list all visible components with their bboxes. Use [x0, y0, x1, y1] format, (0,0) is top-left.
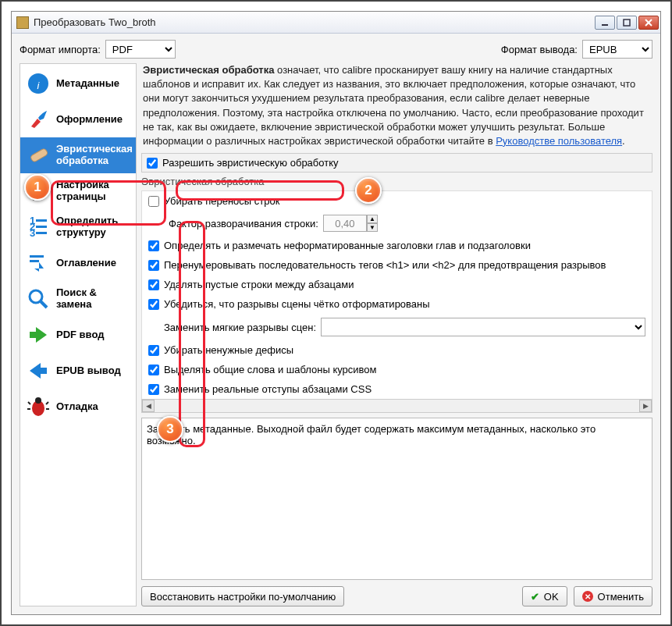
- cancel-button[interactable]: ✕Отменить: [574, 586, 652, 606]
- window-title: Преобразовать Two_broth: [34, 16, 595, 28]
- cancel-icon: ✕: [582, 591, 593, 602]
- scene-breaks-checkbox[interactable]: [148, 299, 159, 310]
- restore-defaults-button[interactable]: Восстановить настройки по-умолчанию: [141, 586, 344, 606]
- spin-up[interactable]: ▲: [367, 215, 378, 223]
- unwrap-factor-label: Фактор разворачивания строки:: [169, 218, 318, 229]
- titlebar: Преобразовать Two_broth: [12, 12, 660, 34]
- remove-hyphens-checkbox[interactable]: [148, 345, 159, 356]
- delete-blank-checkbox[interactable]: [148, 279, 159, 290]
- user-guide-link[interactable]: Руководстве пользователя: [496, 135, 622, 147]
- markup-headers-checkbox[interactable]: [148, 240, 159, 251]
- info-icon: i: [27, 72, 50, 95]
- sidebar-item-pdf-input[interactable]: PDF ввод: [20, 317, 136, 353]
- ok-button[interactable]: ✔OK: [522, 586, 567, 606]
- log-textarea[interactable]: Записать метаданные. Выходной файл будет…: [141, 418, 652, 580]
- sidebar-item-search-replace[interactable]: Поиск & замена: [20, 281, 136, 317]
- import-format-label: Формат импорта:: [20, 44, 101, 55]
- brush-icon: [27, 108, 50, 131]
- svg-rect-15: [30, 260, 39, 262]
- callout-1: 1: [24, 174, 51, 201]
- svg-line-21: [46, 402, 48, 404]
- replace-soft-combo[interactable]: [321, 318, 645, 336]
- sidebar-item-heuristic[interactable]: Эвристическая обработка: [20, 137, 136, 173]
- svg-rect-1: [624, 20, 630, 26]
- horizontal-scrollbar[interactable]: ◀▶: [141, 399, 652, 413]
- svg-line-17: [41, 301, 47, 308]
- css-indents-checkbox[interactable]: [148, 384, 159, 395]
- sidebar-item-metadata[interactable]: i Метаданные: [20, 66, 136, 101]
- sidebar: i Метаданные Оформление Эвристическая об…: [20, 63, 137, 606]
- replace-soft-label: Заменить мягкие разрывы сцен:: [164, 322, 316, 333]
- bug-icon: [27, 395, 50, 418]
- italicize-checkbox[interactable]: [148, 365, 159, 375]
- svg-rect-6: [30, 148, 48, 163]
- sidebar-item-epub-output[interactable]: EPUB вывод: [20, 353, 136, 389]
- import-format-select[interactable]: PDF: [105, 40, 176, 59]
- maximize-button[interactable]: [617, 16, 637, 30]
- svg-text:3: 3: [30, 227, 35, 239]
- app-icon: [16, 16, 29, 29]
- search-icon: [27, 287, 50, 311]
- output-format-label: Формат вывода:: [501, 44, 578, 55]
- heuristic-options: Убирать переносы строк Фактор разворачив…: [141, 190, 652, 399]
- numbered-list-icon: 123: [27, 215, 50, 239]
- enable-heuristic-checkbox[interactable]: [147, 158, 158, 169]
- svg-point-19: [35, 397, 41, 404]
- svg-rect-13: [36, 232, 47, 234]
- unwrap-lines-checkbox[interactable]: [148, 196, 159, 207]
- sidebar-item-structure[interactable]: 123 Определить структуру: [20, 209, 136, 245]
- sidebar-item-look-feel[interactable]: Оформление: [20, 101, 136, 137]
- output-arrow-icon: [27, 359, 50, 382]
- svg-rect-11: [36, 226, 47, 228]
- sidebar-item-toc[interactable]: Оглавление: [20, 245, 136, 281]
- enable-heuristic-label: Разрешить эвристическую обработку: [162, 157, 339, 169]
- minimize-button[interactable]: [595, 16, 615, 30]
- output-format-select[interactable]: EPUB: [582, 40, 652, 59]
- bandage-icon: [27, 144, 50, 167]
- svg-rect-9: [36, 219, 47, 222]
- group-title: Эвристическая обработка: [141, 174, 652, 190]
- spin-down[interactable]: ▼: [367, 223, 378, 232]
- unwrap-lines-label: Убирать переносы строк: [164, 195, 279, 207]
- description-text: Эвристическая обработка означает, что ca…: [141, 63, 652, 153]
- svg-point-16: [30, 290, 42, 303]
- unwrap-factor-input[interactable]: [323, 215, 367, 232]
- check-icon: ✔: [531, 591, 539, 603]
- callout-3: 3: [157, 416, 183, 443]
- input-arrow-icon: [27, 323, 50, 347]
- renumber-tags-checkbox[interactable]: [148, 260, 159, 271]
- close-button[interactable]: [638, 16, 659, 30]
- sidebar-item-debug[interactable]: Отладка: [20, 389, 136, 425]
- svg-line-20: [28, 402, 30, 404]
- toc-icon: [27, 251, 50, 275]
- svg-rect-14: [30, 255, 44, 258]
- callout-2: 2: [355, 177, 382, 204]
